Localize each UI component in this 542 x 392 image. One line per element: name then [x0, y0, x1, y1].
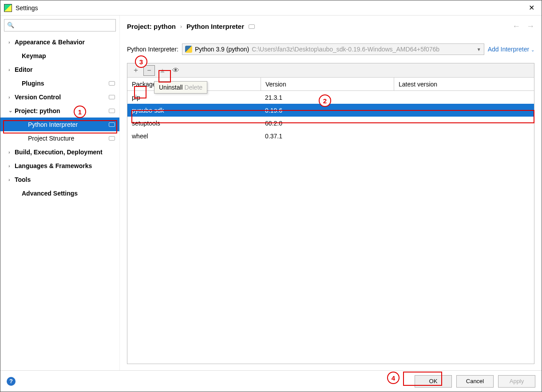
callout-1: 1 — [74, 106, 86, 118]
chevron-right-icon: › — [8, 39, 15, 45]
sidebar-item-label: Advanced Settings — [22, 190, 78, 197]
interpreter-name: Python 3.9 (python) — [195, 46, 249, 53]
package-name: pyaubo-sdk — [127, 104, 261, 117]
package-row[interactable]: pyaubo-sdk0.19.6 — [127, 104, 534, 117]
nav-forward-icon[interactable]: → — [526, 22, 534, 31]
scope-badge-icon — [109, 81, 115, 86]
sidebar-item-plugins[interactable]: Plugins — [0, 76, 119, 90]
upgrade-package-button[interactable]: ▲ — [157, 65, 168, 76]
settings-tree: ›Appearance & BehaviorKeymap›EditorPlugi… — [0, 35, 119, 370]
col-version[interactable]: Version — [261, 78, 394, 90]
sidebar-item-label: Tools — [15, 176, 31, 183]
packages-toolbar: ＋ − ▲ 👁 — [127, 63, 534, 78]
chevron-right-icon: › — [8, 163, 15, 169]
sidebar-item-label: Plugins — [22, 80, 44, 87]
callout-2: 2 — [319, 94, 331, 107]
sidebar-item-build-execution-deployment[interactable]: ›Build, Execution, Deployment — [0, 145, 119, 159]
settings-main: Project: python › Python Interpreter ← →… — [119, 16, 542, 370]
sidebar-item-editor[interactable]: ›Editor — [0, 63, 119, 76]
package-latest — [394, 117, 534, 129]
search-icon: 🔍 — [7, 22, 14, 28]
sidebar-item-version-control[interactable]: ›Version Control — [0, 90, 119, 104]
package-name: setuptools — [127, 117, 261, 129]
sidebar-item-keymap[interactable]: Keymap — [0, 49, 119, 63]
sidebar-item-label: Project Structure — [28, 135, 74, 142]
interpreter-path: C:\Users\fan3z\Desktop\aubo_sdk-0.19.6-W… — [252, 46, 439, 53]
close-icon[interactable]: ✕ — [525, 2, 538, 14]
sidebar-item-advanced-settings[interactable]: Advanced Settings — [0, 186, 119, 200]
chevron-right-icon: › — [8, 67, 15, 72]
package-latest — [394, 129, 534, 142]
breadcrumb-project[interactable]: Project: python — [127, 23, 176, 30]
breadcrumb-page: Python Interpreter — [186, 23, 244, 30]
sidebar-item-appearance-behavior[interactable]: ›Appearance & Behavior — [0, 35, 119, 49]
interpreter-label: Python Interpreter: — [127, 46, 178, 53]
package-version: 0.37.1 — [261, 129, 394, 142]
sidebar-item-label: Python Interpreter — [28, 121, 78, 128]
remove-package-button[interactable]: − — [143, 65, 155, 76]
scope-badge-icon — [109, 136, 115, 141]
sidebar-item-label: Keymap — [22, 52, 46, 59]
sidebar-item-label: Editor — [15, 66, 32, 73]
chevron-right-icon: › — [8, 94, 15, 100]
breadcrumb: Project: python › Python Interpreter ← → — [127, 22, 534, 31]
python-icon — [185, 46, 192, 53]
col-latest[interactable]: Latest version — [394, 78, 534, 90]
app-logo-icon — [4, 4, 12, 12]
sidebar-item-label: Version Control — [15, 94, 61, 101]
search-field[interactable]: 🔍 — [4, 19, 116, 31]
sidebar-item-label: Appearance & Behavior — [15, 39, 85, 46]
sidebar-item-project-structure[interactable]: Project Structure — [0, 131, 119, 145]
sidebar-item-tools[interactable]: ›Tools — [0, 172, 119, 186]
sidebar-item-label: Build, Execution, Deployment — [15, 149, 103, 156]
scope-badge-icon — [109, 109, 115, 113]
ok-button[interactable]: OK — [415, 375, 452, 388]
interpreter-select[interactable]: Python 3.9 (python) C:\Users\fan3z\Deskt… — [182, 43, 484, 55]
package-name: wheel — [127, 129, 261, 142]
uninstall-tooltip: Uninstall Delete — [154, 81, 207, 94]
chevron-down-icon: ⌄ — [8, 108, 15, 114]
callout-4: 4 — [387, 372, 400, 384]
package-latest — [394, 91, 534, 104]
sidebar-item-project-python[interactable]: ⌄Project: python — [0, 104, 119, 118]
packages-panel: ＋ − ▲ 👁 Package Version Latest version p… — [127, 63, 534, 364]
packages-body: pip21.3.1pyaubo-sdk0.19.6setuptools60.2.… — [127, 91, 534, 364]
apply-button[interactable]: Apply — [498, 375, 535, 388]
chevron-down-icon: ⌄ — [531, 47, 534, 52]
settings-sidebar: 🔍 ›Appearance & BehaviorKeymap›EditorPlu… — [0, 16, 119, 370]
sidebar-item-languages-frameworks[interactable]: ›Languages & Frameworks — [0, 159, 119, 172]
nav-back-icon[interactable]: ← — [512, 22, 520, 31]
window-title: Settings — [16, 4, 525, 12]
scope-badge-icon — [249, 24, 255, 29]
search-input[interactable] — [4, 20, 115, 31]
scope-badge-icon — [109, 95, 115, 99]
chevron-right-icon: › — [180, 24, 182, 30]
package-version: 60.2.0 — [261, 117, 394, 129]
titlebar: Settings ✕ — [0, 0, 542, 16]
scope-badge-icon — [109, 122, 115, 127]
package-row[interactable]: setuptools60.2.0 — [127, 117, 534, 129]
cancel-button[interactable]: Cancel — [456, 375, 494, 388]
help-icon[interactable]: ? — [7, 377, 16, 386]
sidebar-item-python-interpreter[interactable]: Python Interpreter — [0, 118, 119, 131]
package-latest — [394, 104, 534, 117]
dialog-footer: ? OK Cancel Apply — [0, 370, 542, 392]
chevron-right-icon: › — [8, 149, 15, 155]
sidebar-item-label: Project: python — [15, 107, 60, 114]
callout-3: 3 — [135, 55, 147, 68]
add-interpreter-link[interactable]: Add Interpreter ⌄ — [488, 46, 534, 53]
sidebar-item-label: Languages & Frameworks — [15, 162, 92, 169]
chevron-right-icon: › — [8, 177, 15, 182]
chevron-down-icon: ▼ — [477, 47, 481, 52]
show-early-releases-button[interactable]: 👁 — [170, 65, 182, 76]
package-row[interactable]: wheel0.37.1 — [127, 129, 534, 142]
